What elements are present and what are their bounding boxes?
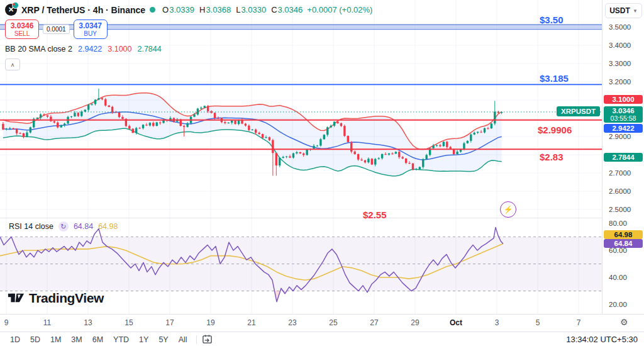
candle-body: [101, 98, 103, 99]
rsi-indicator-legend[interactable]: RSI 14 close ↻ 64.84 64.98: [9, 221, 118, 232]
time-tick: 7: [577, 318, 581, 327]
candle-body: [70, 116, 72, 117]
time-axis[interactable]: 911131517192123252729Oct357 ⚙: [0, 314, 644, 332]
candle-body: [210, 111, 212, 113]
bb-basis-value: 2.9422: [78, 45, 102, 53]
price-tick: 3.4000: [609, 42, 631, 49]
candle-body: [248, 126, 250, 130]
candle-body: [16, 129, 18, 133]
candle-body: [23, 133, 25, 137]
level-label[interactable]: $2.9906: [538, 125, 572, 135]
candle-body: [333, 122, 335, 126]
range-button-6m[interactable]: 6M: [87, 334, 108, 345]
price-tick: 3.5000: [609, 23, 631, 31]
chevron-down-icon: ▼: [633, 8, 638, 14]
time-tick: Oct: [450, 318, 462, 327]
price-axis[interactable]: USDT ▼ 3.50003.40003.30003.20002.90002.7…: [602, 0, 644, 314]
time-tick: 5: [536, 318, 540, 327]
rsi-cycle-icon[interactable]: ↻: [58, 221, 69, 232]
rsi-tick: 60.00: [609, 247, 627, 254]
candle-body: [367, 159, 369, 162]
candle-body: [347, 136, 349, 142]
tradingview-watermark: TradingView: [8, 291, 104, 306]
candle-body: [152, 123, 154, 126]
bb-indicator-legend[interactable]: BB 20 SMA close 2 2.9422 3.1000 2.7844: [5, 45, 372, 53]
candle-body: [340, 123, 342, 126]
axis-settings-gear-icon[interactable]: ⚙: [620, 317, 628, 327]
candle-body: [353, 152, 355, 154]
time-tick: 27: [370, 318, 378, 327]
collapse-legend-button[interactable]: ∧: [5, 59, 20, 70]
range-button-1y[interactable]: 1Y: [134, 334, 153, 345]
currency-label: USDT: [609, 6, 630, 15]
price-badge: 2.9422: [604, 124, 643, 133]
symbol-header[interactable]: ✕ XRP / TetherUS · 4h · Binance O3.0339H…: [5, 4, 372, 16]
calendar-icon: [202, 334, 213, 345]
candle-body: [388, 153, 390, 155]
candle-body: [330, 126, 331, 128]
level-label[interactable]: $3.185: [540, 73, 569, 84]
range-button-5d[interactable]: 5D: [25, 334, 45, 345]
notification-dot-icon: [12, 2, 19, 9]
candle-body: [159, 123, 161, 123]
candle-body: [426, 155, 428, 159]
candle-body: [204, 106, 206, 108]
candle-body: [104, 99, 106, 106]
candle-body: [306, 150, 308, 155]
tradingview-logo-icon: [8, 292, 25, 304]
time-tick: 13: [84, 318, 92, 327]
candle-body: [384, 154, 386, 155]
candle-body: [84, 109, 86, 111]
candle-body: [128, 126, 130, 128]
candle-body: [336, 122, 338, 123]
clock-timezone[interactable]: 13:34:02 UTC+5:30: [566, 335, 638, 344]
time-tick: 3: [495, 318, 499, 327]
range-button-1d[interactable]: 1D: [5, 334, 25, 345]
time-tick: 19: [206, 318, 214, 327]
rsi-title: RSI 14 close: [9, 222, 53, 231]
range-button-ytd[interactable]: YTD: [108, 334, 134, 345]
candle-body: [456, 152, 458, 154]
currency-unit-button[interactable]: USDT ▼: [605, 3, 642, 18]
symbol-price-tag[interactable]: XRPUSDT: [557, 106, 600, 116]
sell-button[interactable]: 3.0346 SELL: [5, 20, 39, 39]
chart-legend: ✕ XRP / TetherUS · 4h · Binance O3.0339H…: [5, 4, 372, 70]
sell-label: SELL: [6, 30, 38, 37]
buy-price: 3.0347: [74, 21, 107, 30]
buy-button[interactable]: 3.0347 BUY: [74, 20, 108, 39]
bottom-toolbar: 1D5D1M3M6MYTD1Y5YAll 13:34:02 UTC+5:30: [0, 332, 644, 346]
level-label[interactable]: $3.50: [540, 14, 564, 25]
go-to-date-button[interactable]: [202, 334, 213, 345]
range-button-1m[interactable]: 1M: [45, 334, 66, 345]
candle-body: [258, 133, 260, 134]
candle-body: [371, 159, 373, 164]
candle-body: [467, 141, 469, 143]
candle-body: [319, 139, 321, 145]
level-label[interactable]: $2.55: [363, 209, 387, 220]
price-tick: 3.2000: [609, 78, 631, 86]
level-label[interactable]: $2.83: [540, 152, 564, 162]
candle-body: [316, 145, 318, 146]
market-status-icon[interactable]: [150, 7, 155, 13]
range-button-all[interactable]: All: [174, 334, 192, 345]
symbol-title[interactable]: XRP / TetherUS · 4h · Binance: [21, 5, 145, 15]
candle-body: [186, 123, 188, 127]
rsi-ma-value: 64.98: [98, 222, 118, 231]
candle-body: [446, 142, 448, 147]
candle-body: [234, 121, 236, 124]
candle-body: [484, 128, 486, 133]
candle-body: [299, 152, 301, 153]
trade-panel: 3.0346 SELL 0.0001 3.0347 BUY: [5, 20, 372, 39]
candle-body: [19, 133, 21, 134]
range-button-5y[interactable]: 5Y: [153, 334, 173, 345]
candle-body: [494, 112, 496, 124]
rsi-tick: 40.00: [609, 274, 627, 281]
panel-separator[interactable]: [0, 218, 644, 218]
sell-price: 3.0346: [6, 21, 38, 30]
watermark-text: TradingView: [29, 291, 104, 306]
candle-body: [224, 122, 226, 123]
lightning-boost-button[interactable]: ⚡: [500, 201, 516, 218]
range-button-3m[interactable]: 3M: [66, 334, 87, 345]
ohlc-item: C3.0346: [271, 5, 303, 14]
candle-body: [480, 132, 482, 133]
